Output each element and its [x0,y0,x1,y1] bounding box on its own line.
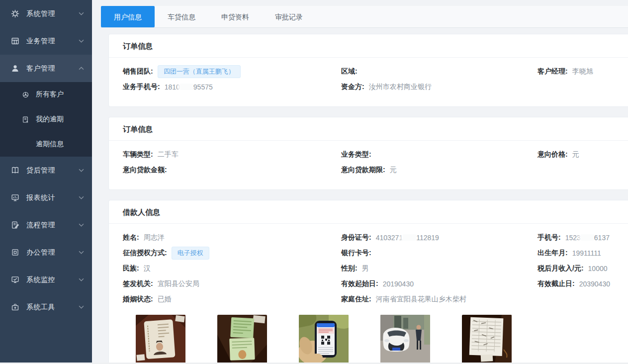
id-card-photo-image [136,315,185,364]
field-id-number: 身份证号: 4103271112819 [341,230,538,245]
attachment-auth-screenshot-photo[interactable]: 授权截图 [299,315,349,364]
field-value: 181095575 [165,83,213,91]
tab-user-info[interactable]: 用户信息 [101,6,155,27]
attachment-other-document-photo[interactable]: 其他资料 [462,315,512,364]
auth-screenshot-image [299,315,349,364]
sidebar-item-label: 贷后管理 [26,166,79,175]
sidebar-item-office-mgmt[interactable]: 办公管理 [0,239,92,266]
chevron-down-icon [79,11,84,16]
sidebar-item-label: 报表统计 [26,193,79,202]
field-mobile: 手机号: 15236137 [538,230,615,245]
borrower-info-card: 借款人信息 姓名: 周志洋 身份证号: 4103271112819 手机号: 1… [108,200,628,364]
sidebar-item-label: 流程管理 [26,221,79,230]
field-value: 男 [362,264,369,273]
field-label: 出生年月: [538,249,568,258]
toolbox-icon [11,303,19,311]
field-label: 意向贷款期限: [341,166,385,175]
credit-auth-tag[interactable]: 电子授权 [172,247,209,260]
field-value: 汝州市农村商业银行 [369,83,432,91]
person-car-photo-image [380,315,430,364]
sidebar-item-label: 客户管理 [26,64,79,73]
field-valid-to: 有效截止日: 20390430 [538,276,615,291]
field-label: 家庭住址: [341,295,371,304]
field-label: 签发机关: [123,279,153,288]
field-account-manager: 客户经理: 李晓旭 [538,64,615,79]
sidebar-item-label: 业务管理 [26,37,79,46]
field-value: 宜阳县公安局 [158,279,199,288]
chevron-down-icon [79,39,84,43]
flow-icon [11,221,19,229]
sidebar-item-label: 我的逾期 [36,115,64,124]
chevron-down-icon [79,305,84,309]
tab-loan-application-docs[interactable]: 申贷资料 [208,6,262,27]
order-info-card-1: 订单信息 销售团队: 四团一营（直属王鹏飞） 区域: 客户经理: 李晓旭 业务手… [108,34,628,107]
field-name: 姓名: 周志洋 [123,230,341,245]
redacted-digits [403,234,416,241]
sidebar-item-report-stats[interactable]: 报表统计 [0,184,92,211]
field-issuer: 签发机关: 宜阳县公安局 [123,276,341,291]
field-label: 婚姻状态: [123,295,153,304]
book-icon [11,166,19,175]
order-info-card-2: 订单信息 车辆类型: 二手车 业务类型: 意向价格: 元 意向贷款金额: 意向贷… [108,117,628,190]
sidebar-item-system-monitor[interactable]: 系统监控 [0,266,92,293]
field-value: 20390430 [579,280,610,288]
field-value: 周志洋 [144,233,165,242]
sales-team-tag[interactable]: 四团一营（直属王鹏飞） [158,65,241,78]
redacted-digits [581,234,594,241]
field-label: 业务手机号: [123,83,160,91]
sidebar-item-process-mgmt[interactable]: 流程管理 [0,211,92,239]
field-label: 车辆类型: [123,150,153,159]
field-label: 手机号: [538,233,561,242]
gear-icon [11,9,19,18]
field-income: 税后月收入/元: 10000 [538,261,615,276]
sidebar-item-system-mgmt[interactable]: 系统管理 [0,0,92,27]
other-document-photo-image [462,315,512,364]
grid-icon [11,37,19,45]
card-title: 借款人信息 [109,200,628,224]
attachment-id-card-photo[interactable]: 身份证照 [136,315,185,364]
chevron-down-icon [79,223,84,227]
sidebar-item-customer-mgmt[interactable]: 客户管理 [0,55,92,82]
sidebar-item-system-tools[interactable]: 系统工具 [0,293,92,321]
field-label: 销售团队: [123,67,153,76]
field-intent-price: 意向价格: 元 [538,147,615,162]
user-icon [11,64,19,73]
attachment-person-car-photo[interactable]: 人车合影 [380,315,430,364]
field-value: 二手车 [158,150,179,159]
chevron-up-icon [79,66,84,71]
field-label: 客户经理: [538,67,568,76]
sidebar-item-overdue-info[interactable]: 逾期信息 [0,132,92,157]
field-label: 税后月收入/元: [538,264,584,273]
field-label: 有效起始日: [341,279,378,288]
sidebar-item-business-mgmt[interactable]: 业务管理 [0,27,92,55]
chevron-down-icon [79,168,84,173]
sidebar-item-all-customers[interactable]: 所有客户 [0,82,92,107]
field-valid-from: 有效起始日: 20190430 [341,276,538,291]
attachment-vehicle-license-photo[interactable]: 行驶证照片 [217,315,267,364]
field-funder: 资金方: 汝州市农村商业银行 [341,79,538,94]
tab-car-loan-info[interactable]: 车贷信息 [155,6,208,27]
field-label: 银行卡号: [341,249,371,258]
field-credit-auth: 征信授权方式: 电子授权 [123,245,341,261]
field-label: 身份证号: [341,233,371,242]
sidebar-item-my-overdue[interactable]: 我的逾期 [0,107,92,132]
tab-approval-records[interactable]: 审批记录 [262,6,316,27]
customer-mgmt-submenu: 所有客户 我的逾期 逾期信息 [0,82,92,157]
sidebar-item-postloan-mgmt[interactable]: 贷后管理 [0,157,92,184]
field-value: 10000 [588,265,608,273]
sidebar-item-label: 系统管理 [26,9,79,18]
vehicle-license-photo-image [217,315,267,364]
field-label: 性别: [341,264,358,273]
field-address: 家庭住址: 河南省宜阳县花果山乡木柴村 [341,291,615,307]
sidebar: 系统管理 业务管理 客户管理 所有客户 我的逾期 逾期信息 [0,0,92,364]
field-label: 意向价格: [538,150,568,159]
field-business-type: 业务类型: [341,147,538,162]
sidebar-item-label: 所有客户 [36,90,64,99]
chevron-down-icon [79,250,84,255]
notebook-icon [22,116,29,123]
field-value: 4103271112819 [376,234,439,242]
attachment-thumbnails: 身份证照 行驶证照片 [136,315,628,364]
monitor-check-icon [11,275,19,284]
field-marital: 婚姻状态: 已婚 [123,291,341,307]
main-content: 用户信息 车贷信息 申贷资料 审批记录 订单信息 销售团队: 四团一营（直属王鹏… [92,0,628,364]
